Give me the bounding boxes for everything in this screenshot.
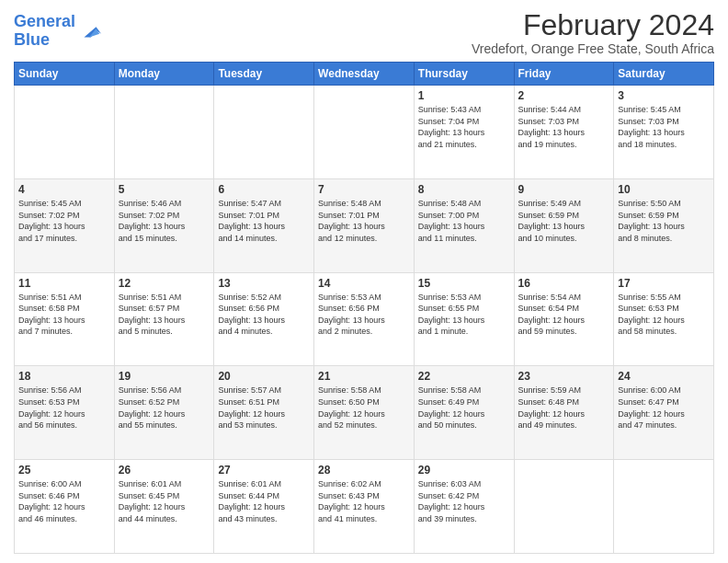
day-number: 25 xyxy=(18,464,110,477)
day-number: 11 xyxy=(18,277,110,290)
logo-line2: Blue xyxy=(14,30,50,49)
calendar-cell: 23Sunrise: 5:59 AM Sunset: 6:48 PM Dayli… xyxy=(514,366,614,460)
calendar-cell: 13Sunrise: 5:52 AM Sunset: 6:56 PM Dayli… xyxy=(214,272,314,366)
calendar-cell xyxy=(314,86,415,179)
day-number: 9 xyxy=(518,183,610,196)
calendar-day-header: Saturday xyxy=(614,63,714,86)
calendar-cell: 17Sunrise: 5:55 AM Sunset: 6:53 PM Dayli… xyxy=(614,272,714,366)
day-number: 5 xyxy=(119,183,210,196)
calendar-week-row: 18Sunrise: 5:56 AM Sunset: 6:53 PM Dayli… xyxy=(15,366,714,460)
day-number: 24 xyxy=(618,370,710,383)
day-detail: Sunrise: 6:01 AM Sunset: 6:45 PM Dayligh… xyxy=(119,478,210,524)
day-number: 6 xyxy=(218,183,310,196)
calendar-week-row: 4Sunrise: 5:45 AM Sunset: 7:02 PM Daylig… xyxy=(15,178,714,272)
calendar-cell xyxy=(514,460,614,554)
calendar-cell xyxy=(614,460,714,554)
calendar-cell: 28Sunrise: 6:02 AM Sunset: 6:43 PM Dayli… xyxy=(314,460,415,554)
day-detail: Sunrise: 5:55 AM Sunset: 6:53 PM Dayligh… xyxy=(618,292,710,338)
day-detail: Sunrise: 5:51 AM Sunset: 6:57 PM Dayligh… xyxy=(119,292,210,338)
day-number: 1 xyxy=(418,89,510,102)
day-number: 29 xyxy=(418,464,510,477)
day-number: 18 xyxy=(18,370,110,383)
day-number: 19 xyxy=(119,370,210,383)
calendar-day-header: Monday xyxy=(114,63,214,86)
day-detail: Sunrise: 5:56 AM Sunset: 6:52 PM Dayligh… xyxy=(119,385,210,431)
calendar-header-row: SundayMondayTuesdayWednesdayThursdayFrid… xyxy=(15,63,714,86)
page: General Blue February 2024 Vredefort, Or… xyxy=(0,0,728,563)
calendar-week-row: 25Sunrise: 6:00 AM Sunset: 6:46 PM Dayli… xyxy=(15,460,714,554)
day-number: 22 xyxy=(418,370,510,383)
calendar-day-header: Wednesday xyxy=(314,63,415,86)
day-number: 17 xyxy=(618,277,710,290)
day-number: 2 xyxy=(518,89,610,102)
day-number: 26 xyxy=(119,464,210,477)
day-detail: Sunrise: 5:53 AM Sunset: 6:56 PM Dayligh… xyxy=(318,292,410,338)
day-detail: Sunrise: 5:45 AM Sunset: 7:02 PM Dayligh… xyxy=(18,198,110,244)
calendar-cell: 16Sunrise: 5:54 AM Sunset: 6:54 PM Dayli… xyxy=(514,272,614,366)
day-detail: Sunrise: 5:51 AM Sunset: 6:58 PM Dayligh… xyxy=(18,292,110,338)
day-detail: Sunrise: 5:44 AM Sunset: 7:03 PM Dayligh… xyxy=(518,104,610,150)
main-title: February 2024 xyxy=(472,9,714,41)
calendar-day-header: Thursday xyxy=(414,63,514,86)
calendar-day-header: Friday xyxy=(514,63,614,86)
day-detail: Sunrise: 5:43 AM Sunset: 7:04 PM Dayligh… xyxy=(418,104,510,150)
day-detail: Sunrise: 5:47 AM Sunset: 7:01 PM Dayligh… xyxy=(218,198,310,244)
day-detail: Sunrise: 5:58 AM Sunset: 6:50 PM Dayligh… xyxy=(318,385,410,431)
calendar-cell: 1Sunrise: 5:43 AM Sunset: 7:04 PM Daylig… xyxy=(414,86,514,179)
day-number: 4 xyxy=(18,183,110,196)
day-number: 12 xyxy=(119,277,210,290)
day-detail: Sunrise: 5:45 AM Sunset: 7:03 PM Dayligh… xyxy=(618,104,710,150)
calendar-cell xyxy=(114,86,214,179)
calendar-week-row: 11Sunrise: 5:51 AM Sunset: 6:58 PM Dayli… xyxy=(15,272,714,366)
day-detail: Sunrise: 5:50 AM Sunset: 6:59 PM Dayligh… xyxy=(618,198,710,244)
calendar-cell: 26Sunrise: 6:01 AM Sunset: 6:45 PM Dayli… xyxy=(114,460,214,554)
calendar-cell: 25Sunrise: 6:00 AM Sunset: 6:46 PM Dayli… xyxy=(15,460,115,554)
calendar-cell: 2Sunrise: 5:44 AM Sunset: 7:03 PM Daylig… xyxy=(514,86,614,179)
header: General Blue February 2024 Vredefort, Or… xyxy=(14,9,714,56)
calendar-cell: 24Sunrise: 6:00 AM Sunset: 6:47 PM Dayli… xyxy=(614,366,714,460)
calendar-day-header: Tuesday xyxy=(214,63,314,86)
calendar-cell: 14Sunrise: 5:53 AM Sunset: 6:56 PM Dayli… xyxy=(314,272,415,366)
calendar-cell: 5Sunrise: 5:46 AM Sunset: 7:02 PM Daylig… xyxy=(114,178,214,272)
calendar-cell xyxy=(15,86,115,179)
calendar-cell: 12Sunrise: 5:51 AM Sunset: 6:57 PM Dayli… xyxy=(114,272,214,366)
calendar-cell: 8Sunrise: 5:48 AM Sunset: 7:00 PM Daylig… xyxy=(414,178,514,272)
calendar-week-row: 1Sunrise: 5:43 AM Sunset: 7:04 PM Daylig… xyxy=(15,86,714,179)
day-detail: Sunrise: 5:54 AM Sunset: 6:54 PM Dayligh… xyxy=(518,292,610,338)
day-detail: Sunrise: 6:00 AM Sunset: 6:46 PM Dayligh… xyxy=(18,478,110,524)
day-number: 20 xyxy=(218,370,310,383)
calendar-cell: 10Sunrise: 5:50 AM Sunset: 6:59 PM Dayli… xyxy=(614,178,714,272)
calendar-cell: 4Sunrise: 5:45 AM Sunset: 7:02 PM Daylig… xyxy=(15,178,115,272)
logo-text: General Blue xyxy=(14,13,75,50)
calendar-cell: 15Sunrise: 5:53 AM Sunset: 6:55 PM Dayli… xyxy=(414,272,514,366)
day-number: 21 xyxy=(318,370,410,383)
day-number: 23 xyxy=(518,370,610,383)
day-number: 27 xyxy=(218,464,310,477)
day-detail: Sunrise: 6:01 AM Sunset: 6:44 PM Dayligh… xyxy=(218,478,310,524)
calendar-cell: 18Sunrise: 5:56 AM Sunset: 6:53 PM Dayli… xyxy=(15,366,115,460)
day-detail: Sunrise: 5:48 AM Sunset: 7:00 PM Dayligh… xyxy=(418,198,510,244)
day-number: 16 xyxy=(518,277,610,290)
day-detail: Sunrise: 6:00 AM Sunset: 6:47 PM Dayligh… xyxy=(618,385,710,431)
day-detail: Sunrise: 5:46 AM Sunset: 7:02 PM Dayligh… xyxy=(119,198,210,244)
day-detail: Sunrise: 6:03 AM Sunset: 6:42 PM Dayligh… xyxy=(418,478,510,524)
calendar-cell: 3Sunrise: 5:45 AM Sunset: 7:03 PM Daylig… xyxy=(614,86,714,179)
day-number: 15 xyxy=(418,277,510,290)
calendar-cell xyxy=(214,86,314,179)
day-detail: Sunrise: 5:58 AM Sunset: 6:49 PM Dayligh… xyxy=(418,385,510,431)
subtitle: Vredefort, Orange Free State, South Afri… xyxy=(472,41,714,56)
calendar-day-header: Sunday xyxy=(15,63,115,86)
day-number: 28 xyxy=(318,464,410,477)
day-number: 3 xyxy=(618,89,710,102)
logo: General Blue xyxy=(14,13,103,50)
calendar-cell: 21Sunrise: 5:58 AM Sunset: 6:50 PM Dayli… xyxy=(314,366,415,460)
day-number: 7 xyxy=(318,183,410,196)
day-number: 14 xyxy=(318,277,410,290)
calendar-cell: 27Sunrise: 6:01 AM Sunset: 6:44 PM Dayli… xyxy=(214,460,314,554)
day-detail: Sunrise: 5:53 AM Sunset: 6:55 PM Dayligh… xyxy=(418,292,510,338)
calendar-cell: 7Sunrise: 5:48 AM Sunset: 7:01 PM Daylig… xyxy=(314,178,415,272)
calendar-cell: 19Sunrise: 5:56 AM Sunset: 6:52 PM Dayli… xyxy=(114,366,214,460)
calendar-cell: 20Sunrise: 5:57 AM Sunset: 6:51 PM Dayli… xyxy=(214,366,314,460)
title-block: February 2024 Vredefort, Orange Free Sta… xyxy=(472,9,714,56)
calendar-cell: 11Sunrise: 5:51 AM Sunset: 6:58 PM Dayli… xyxy=(15,272,115,366)
